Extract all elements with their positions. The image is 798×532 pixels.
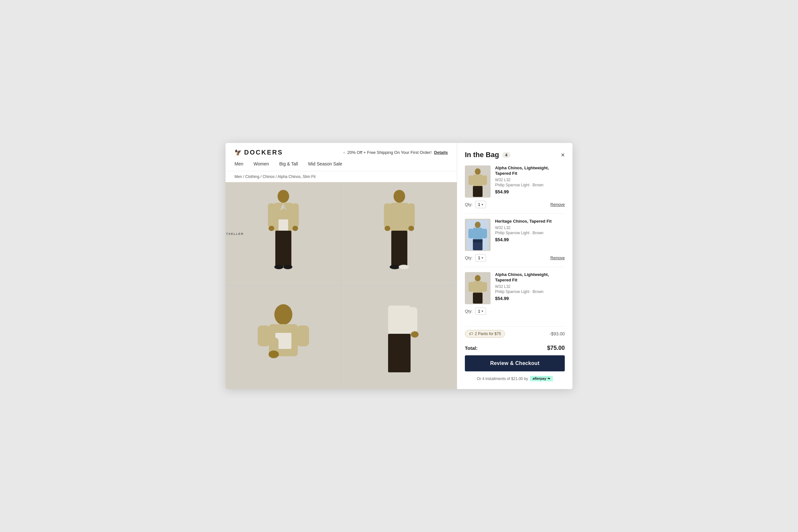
svg-rect-15 [390,203,408,232]
item-price-3: $54.99 [495,296,565,301]
remove-button-1[interactable]: Remove [550,203,565,207]
breadcrumb-text: Men / Clothing / Chinos / Alpha Chinos, … [234,174,316,179]
afterpay-logo: afterpay ❧ [530,376,553,381]
model-portrait-svg [251,302,316,373]
qty-label-1: Qty: [465,202,473,207]
cart-item: Heritage Chinos, Tapered Fit W32 L32 Phi… [465,219,565,267]
svg-rect-41 [469,175,473,185]
qty-label-3: Qty: [465,309,473,314]
qty-label-2: Qty: [465,255,473,260]
product-image-partial [342,286,457,389]
svg-rect-21 [391,247,398,266]
cart-count-badge: 4 [502,152,510,158]
svg-rect-54 [469,282,473,292]
nav-women[interactable]: Women [253,161,269,166]
store-side: 🦅 DOCKERS ‹ 20% Off + Free Shipping On Y… [226,143,457,389]
svg-rect-33 [408,307,417,333]
svg-point-7 [292,226,298,231]
svg-point-11 [274,265,283,269]
item-price-2: $54.99 [495,237,565,242]
cart-item-controls-2: Qty: 1 ▾ Remove [465,254,565,262]
model-front-svg [261,187,306,281]
promo-badge: 🏷 2 Pants for $75 [465,330,505,338]
svg-rect-28 [258,325,270,346]
item-variant2-3: Philip Sparrow Light · Brown [495,289,565,294]
total-amount: $75.00 [547,345,565,352]
tag-icon: 🏷 [469,331,473,336]
svg-point-18 [384,226,390,231]
svg-point-6 [269,226,274,231]
svg-point-39 [475,168,481,175]
svg-rect-32 [388,305,411,335]
cart-title: In the Bag [465,151,499,159]
svg-rect-43 [473,186,482,197]
qty-chevron-1: ▾ [481,203,483,206]
svg-rect-9 [275,247,282,266]
item-name-2: Heritage Chinos, Tapered Fit [495,219,565,224]
nav-sale[interactable]: Mid Season Sale [308,161,342,166]
cart-total-row: Total: $75.00 [465,341,565,355]
nav-big-tall[interactable]: Big & Tall [279,161,298,166]
store-nav: Men Women Big & Tall Mid Season Sale [234,161,448,171]
qty-value-3: 1 [478,309,480,314]
checkout-button[interactable]: Review & Checkout [465,355,565,372]
svg-point-31 [269,350,279,358]
svg-point-19 [408,226,414,231]
item-thumb-1 [465,166,491,197]
item-price-1: $54.99 [495,189,565,194]
svg-rect-13 [279,220,288,231]
item-variant1-1: W32 L32 [495,178,565,182]
item-variant2-2: Philip Sparrow Light · Brown [495,231,565,235]
product-grid: BESTSELLER [226,182,457,389]
item-thumb-2 [465,219,491,251]
promo-details-link[interactable]: Details [434,150,448,155]
item-info-1: Alpha Chinos, Lightweight, Tapered Fit W… [495,166,565,197]
promo-bar: ‹ 20% Off + Free Shipping On Your First … [343,150,448,155]
model-back-svg [377,187,422,281]
cart-item-top-3: Alpha Chinos, Lightweight, Tapered Fit W… [465,272,565,304]
promo-prev-arrow[interactable]: ‹ [343,150,345,155]
svg-rect-53 [473,281,482,293]
item-name-1: Alpha Chinos, Lightweight, Tapered Fit [495,166,565,176]
logo-area: 🦅 DOCKERS [234,149,283,156]
svg-rect-55 [482,282,487,292]
qty-chevron-3: ▾ [481,309,483,313]
item-image-3 [467,273,489,304]
qty-select-2[interactable]: 1 ▾ [475,254,486,262]
qty-select-1[interactable]: 1 ▾ [475,201,486,208]
remove-button-2[interactable]: Remove [550,256,565,260]
close-cart-button[interactable]: × [561,152,565,158]
cart-item-top-2: Heritage Chinos, Tapered Fit W32 L32 Phi… [465,219,565,251]
item-variant2-1: Philip Sparrow Light · Brown [495,183,565,187]
item-image-2 [467,220,489,250]
svg-rect-48 [482,229,487,239]
total-label: Total: [465,345,478,351]
qty-section-3: Qty: 1 ▾ [465,307,486,315]
item-image-1 [467,166,489,197]
item-variant1-2: W32 L32 [495,226,565,230]
promo-badge-text: 2 Pants for $75 [475,331,501,336]
cart-item: Alpha Chinos, Lightweight, Tapered Fit W… [465,272,565,320]
nav-men[interactable]: Men [234,161,243,166]
svg-rect-56 [473,293,482,304]
cart-item: Alpha Chinos, Lightweight, Tapered Fit W… [465,166,565,214]
qty-value-1: 1 [478,202,480,207]
svg-point-23 [390,265,400,269]
svg-point-25 [274,304,292,325]
qty-select-3[interactable]: 1 ▾ [475,307,486,315]
promo-text: 20% Off + Free Shipping On Your First Or… [347,150,432,155]
svg-rect-16 [384,203,391,227]
svg-rect-4 [268,203,275,227]
cart-item-top-1: Alpha Chinos, Lightweight, Tapered Fit W… [465,166,565,197]
breadcrumb: Men / Clothing / Chinos / Alpha Chinos, … [226,171,457,182]
svg-rect-40 [473,174,482,187]
logo-text: DOCKERS [244,149,283,156]
item-name-3: Alpha Chinos, Lightweight, Tapered Fit [495,272,565,283]
cart-items-list: Alpha Chinos, Lightweight, Tapered Fit W… [465,166,565,325]
item-info-3: Alpha Chinos, Lightweight, Tapered Fit W… [495,272,565,304]
cart-item-controls-1: Qty: 1 ▾ Remove [465,201,565,208]
svg-rect-29 [297,325,309,346]
svg-rect-46 [473,228,482,240]
qty-section-2: Qty: 1 ▾ [465,254,486,262]
afterpay-info: Or 4 installments of $21.00 by afterpay … [465,376,565,381]
